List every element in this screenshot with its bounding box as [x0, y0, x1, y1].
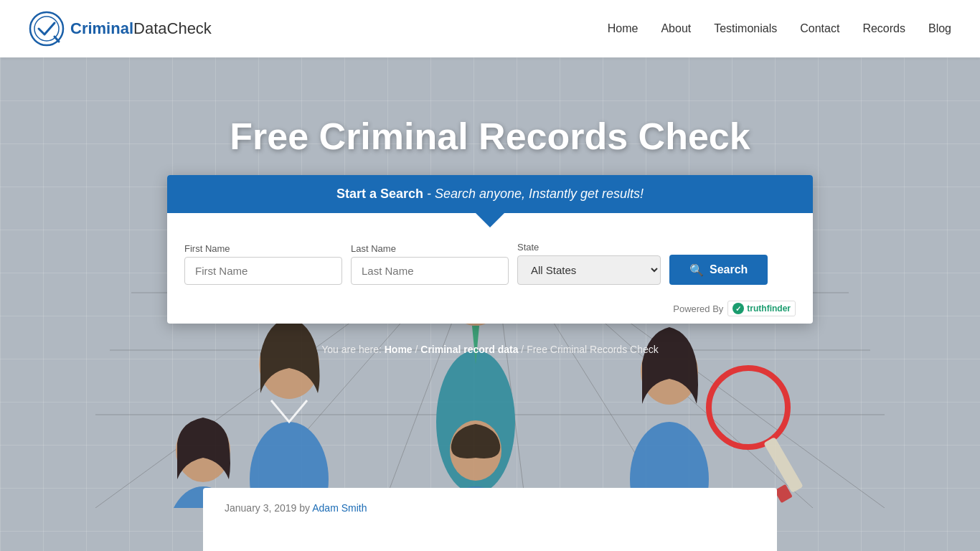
logo[interactable]: CriminalDataCheck	[29, 11, 212, 47]
main-nav: Home About Testimonials Contact Records …	[608, 22, 951, 35]
breadcrumb-prefix: You are here:	[321, 344, 384, 355]
hero-content: Free Criminal Records Check Start a Sear…	[0, 57, 980, 355]
nav-blog[interactable]: Blog	[928, 22, 951, 35]
breadcrumb-sep2: /	[521, 344, 527, 355]
nav-testimonials[interactable]: Testimonials	[714, 22, 777, 35]
search-button-label: Search	[710, 263, 748, 276]
truthfinder-badge: ✓ truthfinder	[727, 301, 796, 316]
search-box: Start a Search - Search anyone, Instantl…	[167, 175, 813, 324]
state-select[interactable]: All StatesAlabamaAlaskaArizonaArkansasCa…	[517, 255, 661, 285]
powered-by-text: Powered By	[673, 303, 723, 314]
breadcrumb-home[interactable]: Home	[385, 344, 413, 355]
post-by-text: by	[299, 502, 310, 514]
state-field-group: State All StatesAlabamaAlaskaArizonaArka…	[517, 242, 661, 285]
nav-home[interactable]: Home	[608, 22, 639, 35]
truthfinder-icon: ✓	[732, 303, 744, 314]
post-author-link[interactable]: Adam Smith	[312, 502, 367, 514]
search-button[interactable]: 🔍 Search	[669, 255, 768, 285]
post-meta: January 3, 2019 by Adam Smith	[225, 502, 755, 514]
svg-point-23	[709, 368, 788, 447]
nav-contact[interactable]: Contact	[800, 22, 839, 35]
search-header-text: Start a Search - Search anyone, Instantl…	[336, 187, 644, 201]
search-triangle	[476, 213, 504, 227]
last-name-input[interactable]	[351, 257, 509, 285]
search-header-bar: Start a Search - Search anyone, Instantl…	[167, 175, 813, 213]
breadcrumb: You are here: Home / Criminal record dat…	[321, 344, 658, 355]
last-name-label: Last Name	[351, 243, 509, 254]
truthfinder-label: truthfinder	[747, 303, 791, 314]
hero-section: Free Criminal Records Check Start a Sear…	[0, 57, 980, 551]
last-name-field-group: Last Name	[351, 243, 509, 285]
first-name-input[interactable]	[184, 257, 342, 285]
site-header: CriminalDataCheck Home About Testimonial…	[0, 0, 980, 57]
svg-rect-24	[763, 437, 804, 493]
nav-about[interactable]: About	[661, 22, 691, 35]
logo-icon	[29, 11, 65, 47]
breadcrumb-crumb2[interactable]: Criminal record data	[420, 344, 518, 355]
breadcrumb-crumb3: Free Criminal Records Check	[527, 344, 659, 355]
content-area: January 3, 2019 by Adam Smith	[203, 488, 777, 551]
search-fields: First Name Last Name State All StatesAla…	[167, 227, 813, 296]
logo-text: CriminalDataCheck	[70, 19, 212, 38]
post-date: January 3, 2019	[225, 502, 296, 514]
first-name-field-group: First Name	[184, 243, 342, 285]
powered-by: Powered By ✓ truthfinder	[167, 296, 813, 324]
search-icon: 🔍	[689, 263, 704, 277]
first-name-label: First Name	[184, 243, 342, 254]
hero-title: Free Criminal Records Check	[230, 115, 750, 158]
nav-records[interactable]: Records	[862, 22, 905, 35]
state-label: State	[517, 242, 661, 253]
